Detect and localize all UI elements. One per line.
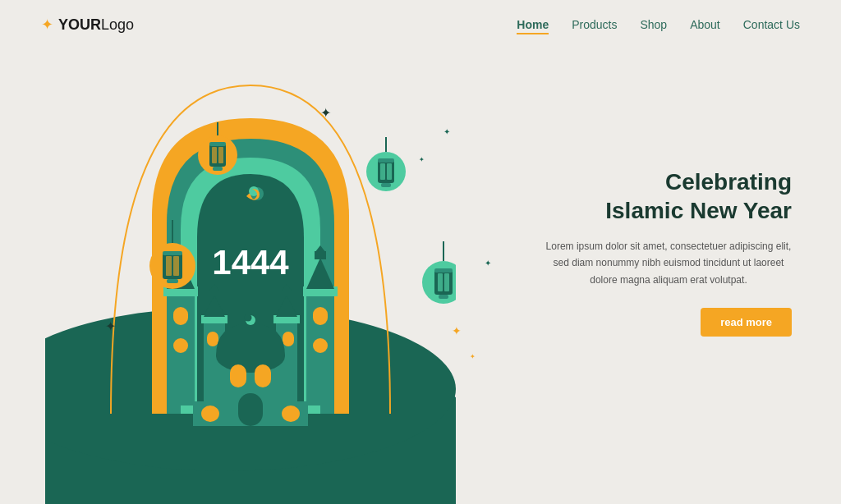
- svg-rect-12: [173, 338, 188, 353]
- svg-text:1444: 1444: [212, 243, 289, 282]
- svg-rect-65: [438, 273, 443, 291]
- nav-item-contact[interactable]: Contact Us: [743, 17, 800, 32]
- svg-rect-51: [166, 256, 172, 276]
- svg-rect-40: [201, 405, 219, 422]
- nav-link-shop[interactable]: Shop: [640, 18, 667, 31]
- mosque-illustration: 1444: [45, 36, 456, 504]
- navbar: ✦ YOURLogo Home Products Shop About Cont…: [0, 0, 841, 49]
- sparkle-3: ✦: [443, 127, 450, 136]
- svg-rect-25: [207, 332, 218, 346]
- page-wrapper: ✦ YOURLogo Home Products Shop About Cont…: [0, 0, 841, 504]
- svg-rect-44: [212, 147, 217, 163]
- sparkle-7: ✦: [485, 259, 491, 268]
- svg-rect-41: [282, 405, 300, 422]
- sparkle-4: ✦: [452, 324, 462, 337]
- nav-item-shop[interactable]: Shop: [640, 17, 667, 32]
- hero-description: Lorem ipsum dolor sit amet, consectetuer…: [545, 238, 792, 288]
- svg-rect-39: [238, 393, 263, 426]
- svg-rect-67: [434, 268, 453, 273]
- sparkle-5: ✦: [470, 353, 476, 360]
- svg-rect-37: [255, 364, 271, 387]
- sparkle-6: ✦: [419, 156, 425, 163]
- svg-rect-64: [434, 270, 453, 295]
- svg-rect-31: [283, 332, 294, 346]
- svg-rect-45: [218, 147, 223, 163]
- nav-item-about[interactable]: About: [690, 17, 720, 32]
- nav-link-about[interactable]: About: [690, 18, 720, 31]
- nav-link-products[interactable]: Products: [572, 18, 617, 31]
- svg-rect-11: [173, 307, 188, 325]
- nav-link-home[interactable]: Home: [517, 18, 549, 34]
- sparkle-2: ✦: [105, 318, 116, 334]
- svg-rect-66: [444, 273, 449, 291]
- svg-rect-59: [387, 163, 392, 180]
- svg-rect-46: [209, 142, 226, 146]
- logo-text: YOURLogo: [58, 16, 134, 34]
- svg-rect-68: [439, 295, 448, 299]
- hero-headline: Celebrating Islamic New Year: [545, 167, 792, 225]
- svg-rect-19: [313, 338, 328, 353]
- nav-link-contact[interactable]: Contact Us: [743, 18, 800, 31]
- svg-rect-53: [163, 251, 182, 255]
- logo: ✦ YOURLogo: [41, 16, 134, 34]
- sparkle-1: ✦: [320, 105, 331, 121]
- svg-rect-60: [378, 158, 394, 163]
- read-more-button[interactable]: read more: [701, 308, 792, 337]
- svg-rect-36: [230, 364, 246, 387]
- logo-your: YOUR: [58, 16, 101, 33]
- nav-item-products[interactable]: Products: [572, 17, 617, 32]
- svg-rect-50: [163, 253, 182, 279]
- svg-rect-61: [381, 183, 391, 187]
- svg-rect-52: [173, 256, 179, 276]
- svg-rect-18: [313, 307, 328, 325]
- logo-star-icon: ✦: [41, 16, 53, 34]
- logo-logo: Logo: [101, 16, 134, 33]
- hero-content: Celebrating Islamic New Year Lorem ipsum…: [545, 167, 792, 337]
- nav-links: Home Products Shop About Contact Us: [517, 17, 800, 32]
- nav-item-home[interactable]: Home: [517, 17, 549, 32]
- svg-rect-54: [167, 279, 178, 283]
- svg-rect-58: [380, 163, 385, 180]
- svg-rect-47: [213, 167, 223, 171]
- svg-point-35: [245, 314, 252, 322]
